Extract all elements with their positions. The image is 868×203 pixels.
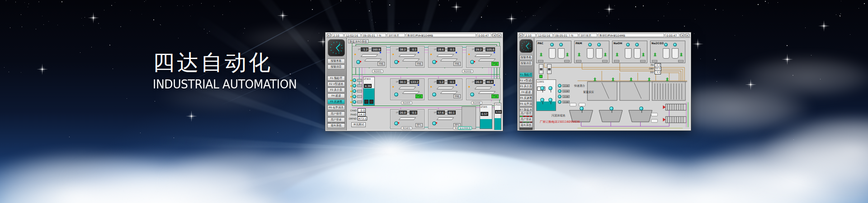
valve-icon[interactable]: [653, 53, 657, 56]
ro-unit[interactable]: CT 1.2 FT 160.9 停机: [352, 46, 387, 68]
valve-icon[interactable]: [577, 53, 581, 56]
pump-icon[interactable]: [353, 89, 356, 93]
tag-plate: [538, 60, 543, 62]
ro-unit[interactable]: CT 26.0 FT 46.4 产水: [466, 78, 500, 100]
pump-tag: 214M: [562, 101, 570, 103]
titlebar-prev-button[interactable]: ◂: [680, 33, 684, 37]
unit-state-button[interactable]: 停机: [415, 62, 423, 66]
dosing-skid[interactable]: NaOH: [612, 41, 647, 63]
user-button[interactable]: 用户登录: [519, 117, 533, 122]
valve-indicator: [456, 52, 457, 53]
reading-label: CH4D: [349, 109, 357, 112]
pump-icon[interactable]: [353, 84, 356, 88]
ro-unit[interactable]: CT 38.2 FT 0.1 停机: [390, 46, 425, 68]
pump-icon[interactable]: [394, 92, 398, 97]
sidebar-menu-button[interactable]: F5 反渗透: [327, 99, 345, 104]
chemical-tank: [596, 48, 603, 59]
chemical-tank: [634, 48, 641, 59]
unit-state-button[interactable]: 产水: [415, 94, 423, 98]
titlebar-menu-button[interactable]: ▸: [519, 33, 523, 37]
dosing-skid[interactable]: PAM: [574, 41, 609, 63]
alarm-mute-button[interactable]: 报警消音: [519, 61, 533, 66]
alarm-view-button[interactable]: 报警查看: [327, 59, 345, 64]
user-button[interactable]: 退出系统: [519, 123, 533, 128]
ro-unit[interactable]: CT 30.1 FT 133.2 产水: [390, 78, 425, 100]
membrane-vessel: [478, 59, 496, 61]
pump-icon[interactable]: [353, 95, 356, 98]
pump-icon[interactable]: [558, 100, 561, 104]
hmi-window-pretreatment[interactable]: ▸ 2:10 12/02/16 09:05:01 上午 运行状态 数据归档存储1…: [518, 32, 691, 130]
valve-icon[interactable]: [604, 53, 607, 56]
hmi-window-ro-system[interactable]: ▸ 2:10 12/02/16 09:05:01 上午 运行状态 数据归档存储1…: [326, 32, 503, 131]
pump-icon[interactable]: [558, 84, 561, 88]
sidebar-menu-button[interactable]: F4 超滤: [327, 93, 345, 98]
valve-icon[interactable]: [615, 53, 619, 56]
valve-icon[interactable]: [679, 53, 683, 56]
titlebar-prev-button[interactable]: ◂: [492, 33, 496, 37]
pump-icon[interactable]: [353, 100, 356, 104]
valve-icon[interactable]: [642, 53, 645, 56]
blank-button[interactable]: [651, 119, 658, 123]
sidebar-menu-button[interactable]: F1 预处理: [519, 72, 533, 77]
alarm-mute-button[interactable]: 报警消音: [327, 65, 345, 69]
sidebar-menu: F1 预处理 F2 V型滤池 F3 多介质 F4 超滤 F5 反渗透 F6 化学…: [518, 72, 534, 112]
blank-button[interactable]: [579, 103, 585, 106]
unit-state-button[interactable]: 产水: [491, 94, 499, 98]
pump-icon[interactable]: [470, 92, 474, 97]
alarm-view-button[interactable]: 报警查看: [519, 55, 533, 60]
valve-indicator: [430, 86, 432, 88]
sidebar-menu-button[interactable]: F1 预处理: [327, 76, 345, 81]
ft-label: FT: [369, 48, 371, 51]
titlebar-elapsed: 0:00:47: [665, 33, 679, 37]
mixer-icon: [597, 43, 601, 46]
blank-button[interactable]: [651, 113, 658, 116]
user-button[interactable]: 退出系统: [327, 123, 345, 128]
tank-lt303: LT303 4.39: [363, 77, 375, 106]
ft-label: FT: [445, 81, 447, 83]
ro-unit[interactable]: CT 29.2 FT 105.6 产水: [466, 46, 500, 68]
sidebar-menu-button[interactable]: F3 多介质: [327, 88, 345, 92]
titlebar-menu-button[interactable]: ▸: [327, 33, 331, 37]
sidebar-menu-button[interactable]: F6 化学清洗: [327, 105, 345, 110]
dosing-skid[interactable]: PAC: [536, 41, 571, 63]
valve-icon[interactable]: [566, 53, 569, 56]
sidebar-menu-button[interactable]: F2 V型滤池: [327, 82, 345, 87]
sidebar-menu-button[interactable]: F2 V型滤池: [519, 78, 533, 83]
user-button[interactable]: 用户登录: [327, 117, 345, 122]
valve-icon[interactable]: [629, 78, 633, 81]
valve-icon[interactable]: [539, 53, 543, 56]
valve-icon[interactable]: [611, 78, 615, 81]
valve-icon[interactable]: [593, 78, 597, 81]
titlebar-next-button[interactable]: ▸: [685, 33, 689, 37]
unit-state-button[interactable]: 产水: [491, 62, 499, 66]
unit-state-button[interactable]: 停机: [377, 62, 385, 66]
pump-icon[interactable]: [558, 89, 561, 93]
flush-test-button[interactable]: 冲洗测试: [351, 122, 366, 127]
unit-state-button[interactable]: 停机: [453, 62, 461, 66]
blank-button[interactable]: [570, 103, 576, 106]
tag-plate: [602, 60, 608, 62]
pump-icon[interactable]: [432, 92, 436, 97]
sidebar-menu-button[interactable]: F3 多介质: [519, 84, 533, 89]
sidebar-menu-button[interactable]: F6 化学清洗: [519, 102, 533, 106]
reading-row: CH4D 0.0: [349, 108, 367, 112]
membrane-vessel: [475, 87, 492, 89]
ct-display: 30.1: [399, 80, 406, 84]
valve-icon[interactable]: [647, 78, 651, 81]
user-button[interactable]: 用户管理: [519, 111, 533, 116]
titlebar-next-button[interactable]: ▸: [497, 33, 501, 37]
ro-unit[interactable]: CT 1.2 FT 0.1 停机: [428, 78, 462, 100]
pump-icon[interactable]: [558, 95, 561, 98]
user-button[interactable]: 用户管理: [327, 111, 345, 116]
ro-unit[interactable]: CT 28.6 FT 0.1 停机: [428, 46, 462, 68]
membrane-vessel: [399, 54, 416, 57]
sidebar: 报警查看 报警消音 F1 预处理 F2 V型滤池 F3 多介质 F4 超滤 F5…: [326, 38, 347, 130]
pump-icon[interactable]: [353, 78, 356, 82]
dosing-skid[interactable]: Na2CO3: [650, 41, 685, 63]
sidebar-menu-button[interactable]: F4 超滤: [519, 90, 533, 95]
unit-state-button[interactable]: 停机: [453, 94, 461, 98]
valve-icon[interactable]: [665, 78, 669, 81]
reading-value: 14.0: [358, 112, 366, 116]
ft-label: FT: [445, 111, 448, 114]
sidebar-menu-button[interactable]: F5 反渗透: [519, 96, 533, 101]
